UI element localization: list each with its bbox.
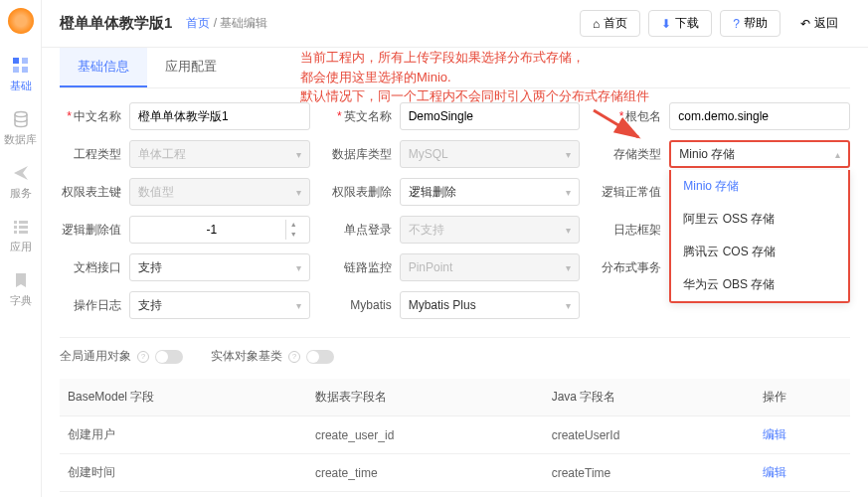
help-icon: ? (733, 17, 740, 31)
entity-toggle-label: 实体对象基类 (211, 348, 282, 365)
breadcrumb-home[interactable]: 首页 (186, 16, 210, 30)
pkg-label: 根包名 (600, 108, 661, 125)
home-button[interactable]: ⌂首页 (580, 10, 640, 37)
col-basemodel: BaseModel 字段 (60, 379, 307, 416)
chevron-down-icon: ▾ (566, 262, 571, 273)
col-dbfield: 数据表字段名 (307, 379, 544, 416)
back-icon: ↶ (800, 17, 810, 31)
doc-api-label: 文档接口 (60, 259, 121, 276)
mybatis-label: Mybatis (330, 298, 392, 312)
svg-rect-9 (14, 231, 17, 234)
svg-rect-0 (13, 58, 19, 64)
proj-type-label: 工程类型 (60, 146, 121, 163)
chevron-down-icon: ▾ (566, 187, 571, 198)
chevron-down-icon: ▾ (296, 300, 301, 311)
sidebar-item-dict[interactable]: 字典 (0, 262, 42, 316)
op-log-select[interactable]: 支持▾ (129, 291, 310, 319)
dist-tx-label: 分布式事务 (600, 259, 661, 276)
chevron-down-icon: ▾ (566, 149, 571, 160)
svg-rect-5 (14, 221, 17, 224)
en-name-label: 英文名称 (330, 108, 392, 125)
pk-select[interactable]: 数值型▾ (129, 178, 310, 206)
storage-dropdown: Minio 存储 阿里云 OSS 存储 腾讯云 COS 存储 华为云 OBS 存… (669, 170, 850, 303)
logic-del-label: 逻辑删除值 (60, 222, 121, 239)
link-mon-label: 链路监控 (330, 259, 392, 276)
dropdown-option[interactable]: Minio 存储 (671, 170, 848, 203)
doc-api-select[interactable]: 支持▾ (129, 253, 310, 281)
database-icon (11, 109, 31, 129)
info-icon: ? (288, 351, 300, 363)
table-row: 更新用户update_user_idupdateUserId编辑 (60, 492, 850, 498)
page-title: 橙单单体教学版1 (60, 14, 172, 33)
table-row: 创建时间create_timecreateTime编辑 (60, 454, 850, 492)
download-button[interactable]: ⬇下载 (648, 10, 712, 37)
en-name-input[interactable] (400, 102, 581, 130)
header: 橙单单体教学版1 首页 / 基础编辑 ⌂首页 ⬇下载 ?帮助 ↶返回 (42, 0, 868, 48)
svg-rect-2 (13, 67, 19, 73)
svg-rect-10 (19, 231, 28, 234)
sidebar: 基础 数据库 服务 应用 字典 (0, 0, 42, 497)
tabs: 基础信息 应用配置 (60, 48, 850, 88)
info-icon: ? (137, 351, 149, 363)
col-op: 操作 (755, 379, 850, 416)
edit-link[interactable]: 编辑 (755, 492, 850, 498)
proj-type-select[interactable]: 单体工程▾ (129, 140, 310, 168)
db-type-label: 数据库类型 (330, 146, 392, 163)
send-icon (11, 163, 31, 183)
tab-app[interactable]: 应用配置 (147, 48, 235, 87)
svg-rect-8 (19, 226, 28, 229)
grid-icon (11, 56, 31, 76)
chevron-down-icon: ▾ (566, 300, 571, 311)
svg-rect-7 (14, 226, 17, 229)
logic-del-input[interactable]: ▲▼ (129, 216, 310, 244)
global-toggle-label: 全局通用对象 (60, 348, 131, 365)
chevron-down-icon: ▾ (296, 262, 301, 273)
del-mode-select[interactable]: 逻辑删除▾ (400, 178, 581, 206)
sidebar-item-service[interactable]: 服务 (0, 155, 42, 209)
dropdown-option[interactable]: 阿里云 OSS 存储 (671, 203, 848, 236)
pk-label: 权限表主键 (60, 184, 121, 201)
entity-toggle[interactable] (306, 350, 334, 364)
chevron-down-icon: ▾ (296, 149, 301, 160)
sidebar-item-app[interactable]: 应用 (0, 209, 42, 262)
chevron-down-icon: ▾ (566, 225, 571, 236)
link-mon-select[interactable]: PinPoint▾ (400, 253, 581, 281)
svg-point-4 (15, 112, 27, 117)
single-login-label: 单点登录 (330, 222, 392, 239)
svg-rect-3 (22, 67, 28, 73)
logo-icon (8, 8, 34, 34)
logic-norm-label: 逻辑正常值 (600, 184, 661, 201)
home-icon: ⌂ (593, 17, 600, 31)
help-button[interactable]: ?帮助 (720, 10, 781, 37)
edit-link[interactable]: 编辑 (755, 454, 850, 492)
sidebar-item-basic[interactable]: 基础 (0, 48, 42, 101)
chevron-down-icon: ▾ (296, 187, 301, 198)
bookmark-icon (11, 270, 31, 290)
back-button[interactable]: ↶返回 (788, 10, 850, 37)
storage-label: 存储类型 (600, 146, 661, 163)
single-login-select[interactable]: 不支持▾ (400, 216, 581, 244)
download-icon: ⬇ (661, 17, 671, 31)
step-down-icon[interactable]: ▼ (286, 230, 301, 240)
pkg-input[interactable] (669, 102, 850, 130)
tab-basic[interactable]: 基础信息 (60, 48, 147, 87)
cn-name-input[interactable] (129, 102, 310, 130)
fields-table: BaseModel 字段 数据表字段名 Java 字段名 操作 创建用户crea… (60, 379, 850, 497)
del-mode-label: 权限表删除 (330, 184, 392, 201)
db-type-select[interactable]: MySQL▾ (400, 140, 581, 168)
global-toggle[interactable] (155, 350, 183, 364)
edit-link[interactable]: 编辑 (755, 416, 850, 454)
mybatis-select[interactable]: Mybatis Plus▾ (400, 291, 581, 319)
table-row: 创建用户create_user_idcreateUserId编辑 (60, 416, 850, 454)
dropdown-option[interactable]: 腾讯云 COS 存储 (671, 236, 848, 268)
sidebar-item-database[interactable]: 数据库 (0, 101, 42, 155)
storage-select[interactable]: Minio 存储▴ (669, 140, 850, 168)
chevron-up-icon: ▴ (835, 149, 840, 160)
cn-name-label: 中文名称 (60, 108, 121, 125)
dropdown-option[interactable]: 华为云 OBS 存储 (671, 268, 848, 301)
svg-rect-6 (19, 221, 28, 224)
svg-rect-1 (22, 58, 28, 64)
op-log-label: 操作日志 (60, 297, 121, 314)
step-up-icon[interactable]: ▲ (286, 220, 301, 230)
log-frame-label: 日志框架 (600, 222, 661, 239)
